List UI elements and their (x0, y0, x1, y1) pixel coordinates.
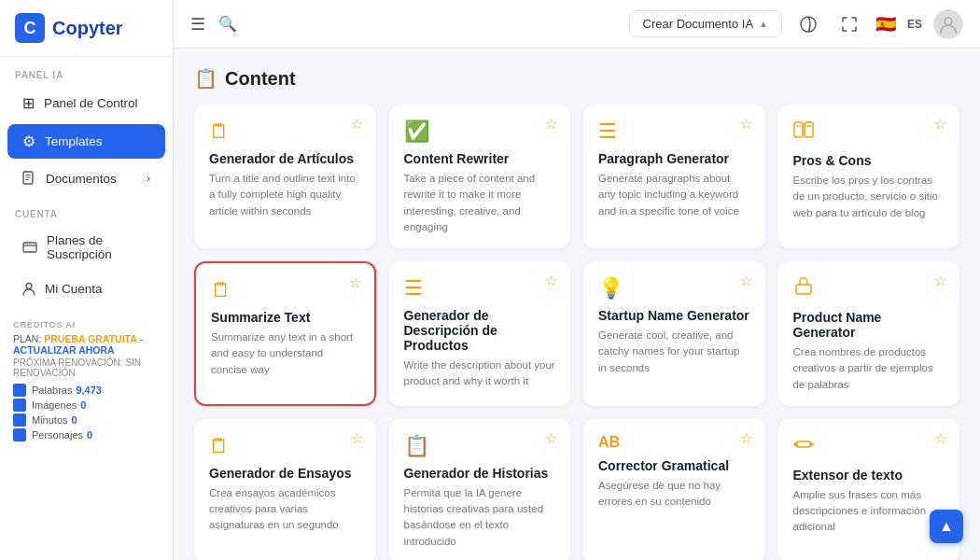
renovacion-line: PRÓXIMA RENOVACIÓN: SIN RENOVACIÓN (13, 357, 160, 378)
imagenes-icon (13, 399, 26, 412)
plan-line: PLAN: PRUEBA GRATUITA - ACTUALIZAR AHORA (13, 333, 160, 356)
create-document-label: Crear Documento IA (643, 17, 754, 31)
cuenta-section-label: CUENTA (0, 196, 173, 223)
content-section-icon: 📋 (194, 67, 217, 90)
card-pros-cons[interactable]: ☆ Pros & Cons Escribe los pros y los con… (778, 105, 960, 248)
card-desc-gen-historias: Permita que la IA genere historias creat… (404, 485, 556, 550)
logo-area: C Copyter (0, 0, 173, 57)
sidebar-item-documentos-label: Documentos (46, 172, 117, 186)
card-icon-product-name (793, 276, 945, 302)
card-paragraph-gen[interactable]: ☆ ☰ Paragraph Generator Generate paragra… (583, 105, 765, 248)
avatar[interactable] (933, 9, 963, 39)
star-icon-paragraph-gen[interactable]: ☆ (740, 116, 752, 133)
star-icon-summarize-text[interactable]: ☆ (349, 274, 361, 291)
sidebar-item-templates[interactable]: ⚙ Templates (7, 124, 165, 159)
palabras-icon (13, 384, 26, 397)
star-icon-gen-articulos[interactable]: ☆ (351, 116, 363, 133)
theme-toggle-button[interactable] (793, 9, 823, 39)
card-desc-pros-cons: Escribe los pros y los contras de un pro… (793, 173, 945, 221)
credits-label: CRÉDITOS AI (13, 319, 160, 329)
card-title-product-name: Product Name Generator (793, 310, 945, 340)
language-label[interactable]: ES (907, 18, 922, 31)
card-desc-gen-articulos: Turn a title and outline text into a ful… (209, 171, 361, 219)
card-title-gen-ensayos: Generador de Ensayos (209, 466, 361, 481)
card-title-corrector-gram: Corrector Gramatical (598, 458, 750, 473)
card-title-gen-descripcion: Generador de Descripción de Productos (404, 308, 556, 353)
card-title-gen-historias: Generador de Historias (404, 466, 556, 481)
sidebar-item-panel[interactable]: ⊞ Panel de Control (7, 86, 165, 120)
star-icon-startup-name[interactable]: ☆ (740, 273, 752, 289)
create-document-button[interactable]: Crear Documento IA ▲ (629, 10, 782, 37)
card-title-content-rewriter: Content Rewriter (404, 151, 556, 166)
card-content-rewriter[interactable]: ☆ ✅ Content Rewriter Take a piece of con… (389, 105, 571, 248)
grid-icon: ⊞ (22, 94, 35, 112)
star-icon-content-rewriter[interactable]: ☆ (545, 116, 557, 133)
personajes-icon (13, 428, 26, 441)
card-desc-extensor-texto: Amplie sus frases con más descripciones … (793, 487, 945, 536)
svg-point-7 (945, 18, 952, 25)
card-gen-articulos[interactable]: ☆ 🗒 Generador de Artículos Turn a title … (194, 105, 376, 248)
logo-name: Copyter (52, 18, 123, 39)
document-icon (22, 171, 36, 186)
sidebar-item-panel-label: Panel de Control (44, 96, 138, 110)
card-desc-content-rewriter: Take a piece of content and rewrite it t… (404, 171, 556, 235)
card-gen-historias[interactable]: ☆ 📋 Generador de Historias Permita que l… (389, 419, 571, 560)
personajes-value: 0 (87, 429, 92, 441)
credit-row-palabras: Palabras 9,473 (13, 384, 160, 397)
card-desc-gen-descripcion: Write the description about your product… (404, 357, 556, 390)
caret-up-icon: ▲ (759, 19, 768, 29)
card-icon-content-rewriter: ✅ (404, 119, 556, 144)
card-icon-gen-descripcion: ☰ (404, 276, 556, 301)
logo-letter: C (24, 19, 36, 38)
star-icon-gen-historias[interactable]: ☆ (545, 430, 557, 447)
credit-row-personajes: Personajes 0 (13, 428, 160, 441)
credit-row-minutos: Minutos 0 (13, 413, 160, 427)
star-icon-pros-cons[interactable]: ☆ (934, 116, 946, 133)
star-icon-corrector-gram[interactable]: ☆ (740, 430, 752, 447)
personajes-label: Personajes (32, 429, 83, 441)
imagenes-value: 0 (80, 399, 86, 411)
card-icon-summarize-text: 🗒 (211, 278, 359, 302)
card-desc-gen-ensayos: Crea ensayos académicos creativos para v… (209, 485, 361, 534)
card-title-pros-cons: Pros & Cons (793, 153, 945, 168)
cards-row-1: ☆ 🗒 Generador de Artículos Turn a title … (194, 105, 959, 248)
credit-row-imagenes: Imágenes 0 (13, 399, 160, 412)
sidebar-item-planes[interactable]: Planes de Suscripción (7, 225, 165, 270)
star-icon-gen-descripcion[interactable]: ☆ (545, 273, 557, 289)
cards-row-2: ☆ 🗒 Summarize Text Summarize any text in… (194, 261, 959, 406)
card-title-gen-articulos: Generador de Artículos (209, 151, 361, 166)
plan-update-link[interactable]: ACTUALIZAR AHORA (13, 344, 115, 356)
header: ☰ 🔍 Crear Documento IA ▲ 🇪🇸 ES (174, 0, 980, 49)
card-title-summarize-text: Summarize Text (211, 310, 359, 325)
sidebar-item-documentos[interactable]: Documentos › (7, 162, 165, 194)
minutos-icon (13, 413, 26, 427)
minutos-label: Minutos (32, 414, 68, 426)
card-product-name[interactable]: ☆ Product Name Generator Crea nombres de… (778, 261, 960, 406)
content-section-title: Content (225, 68, 296, 90)
panel-section-label: PANEL IA (0, 57, 173, 84)
chevron-right-icon: › (147, 173, 150, 184)
card-gen-descripcion[interactable]: ☆ ☰ Generador de Descripción de Producto… (389, 261, 571, 406)
hamburger-icon[interactable]: ☰ (190, 14, 205, 35)
palabras-value: 9,473 (76, 385, 102, 396)
imagenes-label: Imágenes (32, 399, 77, 411)
card-startup-name[interactable]: ☆ 💡 Startup Name Generator Generate cool… (583, 261, 765, 406)
header-right: Crear Documento IA ▲ 🇪🇸 ES (629, 9, 963, 39)
scroll-up-icon: ▲ (939, 518, 954, 535)
search-icon[interactable]: 🔍 (218, 15, 237, 33)
flag-icon: 🇪🇸 (875, 14, 896, 35)
card-icon-startup-name: 💡 (598, 276, 750, 301)
card-summarize-text[interactable]: ☆ 🗒 Summarize Text Summarize any text in… (194, 261, 376, 406)
scroll-to-top-button[interactable]: ▲ (930, 510, 963, 543)
star-icon-product-name[interactable]: ☆ (934, 273, 946, 289)
sidebar-item-micuenta[interactable]: Mi Cuenta (7, 273, 165, 304)
fullscreen-icon[interactable] (834, 9, 864, 39)
card-gen-ensayos[interactable]: ☆ 🗒 Generador de Ensayos Crea ensayos ac… (194, 419, 376, 560)
card-corrector-gram[interactable]: ☆ AB Corrector Gramatical Asegúrese de q… (583, 419, 765, 560)
card-desc-startup-name: Generate cool, creative, and catchy name… (598, 328, 750, 376)
star-icon-extensor-texto[interactable]: ☆ (934, 430, 946, 447)
star-icon-gen-ensayos[interactable]: ☆ (351, 430, 363, 447)
card-title-startup-name: Startup Name Generator (598, 308, 750, 323)
svg-rect-12 (796, 285, 811, 294)
plan-name: PRUEBA GRATUITA (44, 333, 137, 344)
